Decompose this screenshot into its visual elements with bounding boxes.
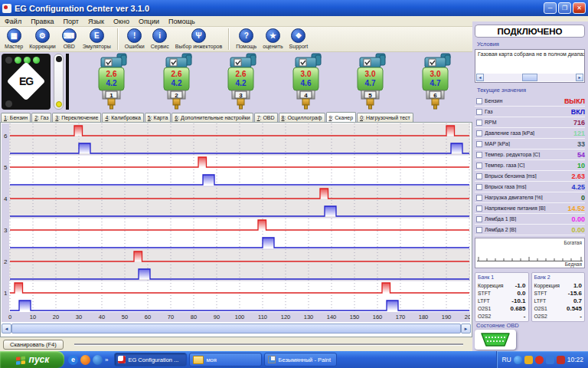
tab-8[interactable]: 8: Осциллограф — [279, 113, 325, 122]
browser-icon[interactable] — [80, 355, 90, 365]
value-checkbox[interactable] — [476, 130, 482, 136]
value-checkbox[interactable] — [476, 152, 482, 158]
value-row-9: Впрыск газа [ms]4.25 — [475, 182, 585, 192]
scrollbar-thumb[interactable] — [11, 324, 461, 334]
launcher-icon[interactable] — [93, 355, 103, 365]
taskbar-task-1[interactable]: EG Configuration ... — [114, 353, 187, 366]
scrollbar-track[interactable] — [484, 74, 576, 81]
menu-item-3[interactable]: Порт — [59, 18, 83, 25]
svg-text:2: 2 — [4, 258, 8, 265]
value-checkbox[interactable] — [476, 120, 482, 126]
toolbar-button-errors[interactable]: !Ошибки — [122, 28, 148, 50]
scroll-left-icon[interactable]: ◄ — [476, 74, 484, 81]
svg-text:80: 80 — [191, 314, 197, 320]
tray-app-icon[interactable] — [524, 356, 533, 364]
conditions-scrollbar[interactable]: ◄ ► — [476, 74, 583, 81]
tab-2[interactable]: 2: Газ — [31, 113, 51, 122]
language-indicator[interactable]: RU — [501, 356, 511, 363]
injector-checkbox[interactable] — [429, 59, 436, 66]
start-button[interactable]: пуск — [0, 351, 64, 368]
current-values-list: БензинВЫКЛГазВКЛRPM716Давление газа [kPa… — [475, 96, 585, 235]
value-label: Темпер. редуктора [C] — [485, 152, 577, 157]
bank-row-label: LTFT — [478, 298, 490, 304]
tab-10[interactable]: 0: Нагрузочный тест — [357, 113, 413, 122]
injector-6[interactable]: 3.04.76 — [416, 53, 456, 113]
toolbar-button-emulators[interactable]: EЭмуляторы — [80, 28, 114, 50]
scrollbar-thumb[interactable] — [522, 74, 537, 81]
value-checkbox[interactable] — [476, 205, 482, 212]
toolbar-button-support[interactable]: ❖Support — [286, 28, 312, 50]
menu-item-4[interactable]: Язык — [83, 18, 109, 25]
scroll-left-icon[interactable]: ◄ — [2, 324, 11, 334]
hide-icons-icon[interactable] — [514, 356, 522, 364]
tab-7[interactable]: 7: OBD — [254, 113, 278, 122]
value-checkbox[interactable] — [476, 227, 482, 233]
security-alert-icon[interactable] — [535, 356, 544, 364]
chart-horizontal-scrollbar[interactable]: ◄ ► — [2, 324, 471, 334]
scrollbar-track[interactable] — [11, 324, 461, 334]
value-checkbox[interactable] — [476, 98, 482, 104]
value-checkbox[interactable] — [476, 163, 482, 169]
toolbar-button-corrections[interactable]: ⚙Коррекции — [26, 28, 59, 50]
value-checkbox[interactable] — [476, 184, 482, 190]
injector-4[interactable]: 3.04.64 — [286, 53, 326, 113]
svg-text:30: 30 — [76, 314, 82, 320]
taskbar-task-3[interactable]: Безымянный - Paint — [264, 353, 337, 366]
menu-item-5[interactable]: Окно — [109, 18, 134, 25]
menu-item-2[interactable]: Правка — [26, 18, 58, 25]
injector-1[interactable]: 2.64.21 — [92, 53, 132, 113]
toolbar-button-injector-select[interactable]: ΨВыбор инжекторов — [172, 28, 225, 50]
tab-strip: 1: Бензин2: Газ3: Переключение4: Калибро… — [0, 111, 472, 122]
toolbar-button-master[interactable]: ▦Мастер — [2, 28, 26, 50]
value-checkbox[interactable] — [476, 173, 482, 179]
keyboard-icon: ⌨ — [62, 28, 77, 43]
timeline-slider[interactable] — [74, 343, 463, 346]
close-button[interactable]: ✕ — [573, 2, 586, 14]
injector-2[interactable]: 2.64.22 — [157, 53, 197, 113]
injector-checkbox[interactable] — [364, 59, 371, 66]
tab-9[interactable]: 9: Сканер — [326, 112, 357, 122]
injector-checkbox[interactable] — [234, 59, 241, 66]
value-label: Напряжение питания [B] — [485, 205, 567, 211]
menu-item-7[interactable]: Помощь — [164, 18, 200, 25]
svg-text:1: 1 — [110, 92, 114, 99]
toolbar-button-obd[interactable]: ⌨OBD — [59, 28, 80, 50]
value-checkbox[interactable] — [476, 216, 482, 222]
injector-checkbox[interactable] — [105, 59, 112, 66]
tab-3[interactable]: 3: Переключение — [52, 113, 101, 122]
menu-item-1[interactable]: Файл — [0, 18, 26, 25]
toolbar-button-help[interactable]: ?Помощь — [233, 28, 260, 50]
taskbar-task-2[interactable]: моя — [189, 353, 262, 366]
bank-row-value: 0.685 — [510, 305, 525, 312]
tab-5[interactable]: 5: Карта — [145, 113, 172, 122]
ie-icon[interactable]: e — [68, 355, 78, 365]
value-number: 10 — [577, 162, 585, 169]
clock[interactable]: 10:22 — [567, 356, 583, 363]
scroll-right-icon[interactable]: ► — [576, 74, 583, 81]
tab-4[interactable]: 4: Калибровка — [102, 113, 143, 122]
shield-icon[interactable] — [557, 356, 565, 364]
tab-6[interactable]: 6: Дополнительные настройки — [172, 113, 253, 122]
bank-row-label: STFT — [534, 291, 547, 296]
value-checkbox[interactable] — [476, 195, 482, 201]
toolbar-button-rate[interactable]: ★оценить — [260, 28, 286, 50]
tab-1[interactable]: 1: Бензин — [1, 113, 31, 122]
bank-row: STFT0.0 — [478, 289, 526, 297]
injector-plug-icon: Ψ — [191, 28, 206, 43]
scan-button[interactable]: Сканировать (F4) — [3, 340, 64, 350]
value-checkbox[interactable] — [476, 109, 482, 115]
value-checkbox[interactable] — [476, 141, 482, 147]
injector-5[interactable]: 3.04.75 — [351, 53, 390, 113]
value-row-13: Лямбда 2 [B]0.00 — [475, 225, 585, 235]
minimize-button[interactable]: ─ — [544, 2, 557, 14]
injector-3[interactable]: 2.64.23 — [221, 53, 261, 113]
restore-button[interactable]: ❐ — [558, 2, 571, 14]
injector-checkbox[interactable] — [170, 59, 177, 66]
svg-text:3: 3 — [4, 227, 8, 234]
toolbar-button-service[interactable]: iСервис — [148, 28, 172, 50]
injector-checkbox[interactable] — [299, 59, 306, 66]
network-icon[interactable] — [546, 356, 554, 364]
chevron-right-icon[interactable]: » — [105, 356, 108, 363]
menu-item-6[interactable]: Опции — [134, 18, 164, 25]
scroll-right-icon[interactable]: ► — [461, 324, 471, 334]
